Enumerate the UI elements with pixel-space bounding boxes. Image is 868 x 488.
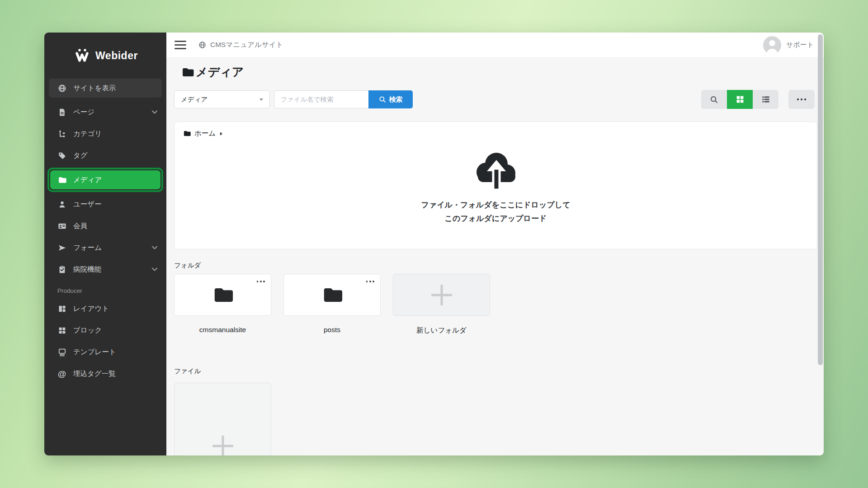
folder-card-posts[interactable] xyxy=(283,274,381,316)
list-view-button[interactable] xyxy=(753,90,778,109)
search-icon xyxy=(710,95,718,104)
avatar[interactable] xyxy=(763,36,781,54)
search-icon xyxy=(379,96,386,103)
globe-icon xyxy=(198,41,206,49)
media-type-select[interactable]: メディア xyxy=(174,90,270,108)
folder-card-cmsmanualsite[interactable] xyxy=(174,274,271,316)
upload-dropzone[interactable]: ホーム ファイル・フォルダをここにドロップして このフォルダにアップロー xyxy=(174,122,817,249)
layout-icon xyxy=(57,304,66,313)
scrollbar[interactable] xyxy=(818,34,823,365)
new-folder-button[interactable] xyxy=(393,274,490,316)
dots-icon xyxy=(797,99,799,100)
category-tree-icon xyxy=(57,129,66,138)
add-file-button[interactable] xyxy=(174,383,271,455)
sidebar-item-templates[interactable]: テンプレート xyxy=(44,341,166,363)
brand-name: Webider xyxy=(95,50,138,62)
folders-row: cmsmanualsite posts 新しいフォルダ xyxy=(174,274,817,335)
sidebar-item-label: 会員 xyxy=(73,221,87,231)
sidebar-item-hospital-functions[interactable]: 病院機能 xyxy=(44,258,166,280)
person-icon xyxy=(763,36,781,54)
sidebar-item-label: フォーム xyxy=(73,243,102,253)
folder-name[interactable]: cmsmanualsite xyxy=(199,326,246,334)
dropzone-content: ファイル・フォルダをここにドロップして このフォルダにアップロード xyxy=(175,122,817,249)
sidebar: Webider サイトを表示 ページ xyxy=(44,33,166,455)
sidebar-item-label: テンプレート xyxy=(73,347,116,357)
caret-down-icon xyxy=(259,99,263,101)
folder-name[interactable]: posts xyxy=(324,326,340,334)
sidebar-section-producer: Producer xyxy=(44,280,166,298)
grid-view-button[interactable] xyxy=(727,90,753,109)
page-title-row: メディア xyxy=(181,64,817,80)
select-value: メディア xyxy=(181,95,208,104)
folder-item: posts xyxy=(283,274,381,335)
folder-menu-button[interactable] xyxy=(256,279,266,284)
globe-icon xyxy=(57,84,66,93)
brand-logo: Webider xyxy=(44,33,166,79)
page-title: メディア xyxy=(196,64,244,80)
quick-search-button[interactable] xyxy=(701,90,727,109)
blocks-icon xyxy=(57,326,66,335)
webider-logo-icon xyxy=(73,48,91,63)
dropzone-line1: ファイル・フォルダをここにドロップして xyxy=(421,198,570,212)
sidebar-item-label: メディア xyxy=(73,175,102,185)
new-folder-item: 新しいフォルダ xyxy=(393,274,490,335)
clipboard-check-icon xyxy=(57,265,66,274)
id-card-icon xyxy=(57,221,66,230)
sidebar-nav: サイトを表示 ページ カテゴリ xyxy=(44,79,166,385)
sidebar-item-label: ユーザー xyxy=(73,200,102,209)
folder-item: cmsmanualsite xyxy=(174,274,271,335)
folder-icon xyxy=(212,284,234,306)
template-icon xyxy=(57,347,66,357)
app-window: Webider サイトを表示 ページ xyxy=(44,33,824,455)
media-page: メディア メディア 検索 xyxy=(166,58,824,455)
sidebar-item-forms[interactable]: フォーム xyxy=(44,237,166,258)
tag-icon xyxy=(57,151,66,160)
send-icon xyxy=(57,243,66,252)
folder-icon xyxy=(57,175,66,184)
grid-view-icon xyxy=(736,95,745,104)
menu-toggle-icon[interactable] xyxy=(175,41,186,49)
sidebar-item-label: ページ xyxy=(73,108,94,117)
sidebar-item-label: タグ xyxy=(73,151,88,160)
chevron-down-icon xyxy=(152,267,157,271)
more-actions-button[interactable] xyxy=(788,90,815,109)
sidebar-item-label: ブロック xyxy=(73,326,102,335)
folder-icon xyxy=(321,284,343,306)
chevron-down-icon xyxy=(152,246,157,249)
document-icon xyxy=(57,108,66,117)
files-section-label: ファイル xyxy=(174,367,817,375)
sidebar-item-view-site[interactable]: サイトを表示 xyxy=(49,79,162,98)
sidebar-item-users[interactable]: ユーザー xyxy=(44,193,166,215)
sidebar-item-pages[interactable]: ページ xyxy=(44,101,166,123)
search-button-label: 検索 xyxy=(389,95,403,104)
sidebar-item-label: カテゴリ xyxy=(73,129,102,139)
topbar: CMSマニュアルサイト サポート xyxy=(166,33,824,58)
sidebar-item-layout[interactable]: レイアウト xyxy=(44,298,166,319)
support-link[interactable]: サポート xyxy=(786,41,814,49)
chevron-down-icon xyxy=(152,110,157,114)
view-toggle-group xyxy=(701,90,778,109)
sidebar-item-label: 病院機能 xyxy=(73,265,101,274)
folders-section-label: フォルダ xyxy=(174,261,817,270)
sidebar-item-tags[interactable]: タグ xyxy=(44,145,166,166)
sidebar-item-categories[interactable]: カテゴリ xyxy=(44,123,166,145)
sidebar-item-label: レイアウト xyxy=(73,304,109,314)
search-button[interactable]: 検索 xyxy=(368,90,413,108)
sidebar-item-members[interactable]: 会員 xyxy=(44,215,166,237)
current-site[interactable]: CMSマニュアルサイト xyxy=(198,40,283,50)
at-sign-icon: @ xyxy=(57,369,66,378)
sidebar-item-embed-tags[interactable]: @ 埋込タグ一覧 xyxy=(44,363,166,385)
sidebar-item-media[interactable]: メディア xyxy=(50,170,160,189)
sidebar-item-blocks[interactable]: ブロック xyxy=(44,319,166,341)
plus-icon xyxy=(431,285,452,305)
cloud-upload-icon xyxy=(472,149,519,192)
folder-icon xyxy=(181,66,194,79)
search-input[interactable] xyxy=(274,90,368,108)
content-column: CMSマニュアルサイト サポート メディア メディア xyxy=(166,33,824,455)
folder-menu-button[interactable] xyxy=(365,279,375,284)
site-title: CMSマニュアルサイト xyxy=(210,40,283,50)
new-folder-label: 新しいフォルダ xyxy=(416,326,467,335)
annotation-highlight-box: メディア xyxy=(47,168,163,192)
dropzone-line2: このフォルダにアップロード xyxy=(421,212,570,225)
controls-row: メディア 検索 xyxy=(174,90,817,109)
